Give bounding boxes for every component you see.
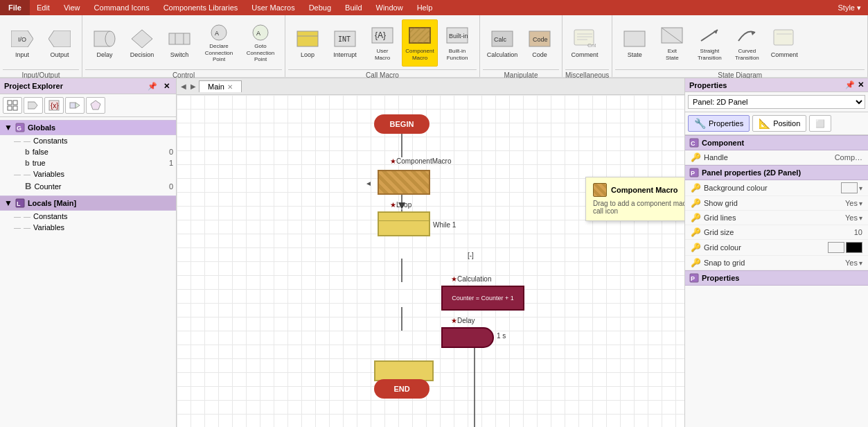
toolbar-btn-state1-label: State — [628, 51, 642, 59]
toolbar-btn-declare-connection-point[interactable]: A DeclareConnectionPoint — [199, 19, 239, 67]
tree-item-false[interactable]: b false 0 — [0, 146, 176, 157]
canvas[interactable]: BEGIN ★ComponentMacro ◄ ★Loop While 1 — [177, 95, 684, 427]
prop-tab-position[interactable]: 📐 Position — [752, 115, 806, 132]
menu-edit[interactable]: Edit — [30, 0, 57, 15]
tree-group-locals[interactable]: ▼ L Locals [Main] — [0, 195, 176, 211]
snap-grid-dropdown[interactable]: ▾ — [859, 259, 862, 267]
tab-nav-right[interactable]: ▶ — [189, 82, 197, 90]
bg-colour-dropdown[interactable]: ▾ — [859, 184, 862, 192]
tree-item-locals-constants[interactable]: — — Constants — [0, 211, 176, 222]
node-begin[interactable]: BEGIN — [374, 114, 429, 134]
extra-icon: ⬜ — [815, 119, 825, 128]
svg-rect-39 — [774, 30, 793, 45]
prop-key-grid-lines: Grid lines — [704, 214, 736, 222]
node-loop[interactable] — [378, 211, 430, 236]
grid-lines-dropdown[interactable]: ▾ — [859, 214, 862, 222]
pe-icon-x[interactable]: {x} — [44, 97, 64, 114]
toolbar-btn-comment[interactable]: Cnt… Comment — [567, 19, 603, 67]
toolbar-btn-calculation[interactable]: Calc Calculation — [484, 19, 520, 67]
pe-icon-io[interactable] — [24, 97, 43, 114]
toolbar-section-call-macro-label: Call Macro — [288, 69, 477, 79]
menu-components-libraries[interactable]: Components Libraries — [157, 0, 245, 15]
svg-rect-43 — [8, 106, 12, 110]
tree-item-globals-constants[interactable]: — — Constants — [0, 135, 176, 146]
menu-window[interactable]: Window — [369, 0, 410, 15]
node-end[interactable]: END — [374, 379, 429, 399]
canvas-tab-main[interactable]: Main ✕ — [199, 80, 242, 92]
menu-user-macros[interactable]: User Macros — [245, 0, 301, 15]
grid-colour-box-black[interactable] — [846, 242, 862, 253]
pe-icon-grid[interactable] — [3, 97, 22, 114]
svg-text:C: C — [691, 140, 696, 147]
tree-item-globals-variables[interactable]: — — Variables — [0, 168, 176, 180]
menu-style[interactable]: Style ▾ — [831, 3, 868, 12]
prop-pin-btn[interactable]: 📌 — [845, 80, 855, 89]
pe-pin-btn[interactable]: 📌 — [147, 80, 158, 92]
toolbar-btn-curved-transition-label: CurvedTransition — [735, 48, 759, 61]
svg-text:Cnt…: Cnt… — [587, 42, 596, 49]
toolbar-btn-interrupt[interactable]: INT Interrupt — [327, 19, 363, 67]
tree-item-true[interactable]: b true 1 — [0, 157, 176, 168]
prop-tab-properties-label: Properties — [709, 119, 743, 128]
prop-tabs: 🔧 Properties 📐 Position ⬜ — [685, 112, 868, 135]
grid-size-icon: 🔑 — [691, 227, 701, 237]
toolbar-btn-exit-state-label: ExitState — [666, 48, 679, 61]
toolbar-section-misc: Cnt… Comment Miscellaneous — [563, 15, 612, 77]
menu-command-icons[interactable]: Command Icons — [87, 0, 157, 15]
prop-row-grid-colour: 🔑 Grid colour — [685, 240, 868, 256]
tree-item-locals-variables[interactable]: — — Variables — [0, 222, 176, 233]
prop-row-grid-lines: 🔑 Grid lines Yes ▾ — [685, 211, 868, 225]
node-delay[interactable] — [441, 327, 494, 348]
toolbar-btn-state1[interactable]: State — [617, 19, 653, 67]
toolbar-btn-comment-label: Comment — [571, 51, 598, 59]
toolbar-btn-loop[interactable]: Loop — [290, 19, 326, 67]
pe-icon-shapes2[interactable] — [86, 97, 105, 114]
svg-marker-2 — [48, 31, 71, 47]
svg-text:A: A — [256, 30, 260, 37]
node-calculation[interactable]: Counter = Counter + 1 — [441, 286, 524, 311]
toolbar-btn-switch[interactable]: Switch — [161, 19, 197, 67]
canvas-tab-main-close[interactable]: ✕ — [227, 83, 233, 91]
svg-text:P: P — [691, 170, 695, 177]
tree-item-counter[interactable]: B Counter 0 — [0, 180, 176, 193]
svg-text:Built-in: Built-in — [449, 33, 468, 40]
toolbar-btn-output[interactable]: Output — [42, 19, 78, 67]
toolbar-btn-user-macro[interactable]: {A} UserMacro — [364, 19, 400, 67]
toolbar-btn-comment2[interactable]: Comment — [766, 19, 802, 67]
bg-colour-box[interactable] — [841, 182, 858, 193]
menu-debug[interactable]: Debug — [302, 0, 338, 15]
node-loop-bottom[interactable] — [374, 360, 434, 381]
menu-file[interactable]: File — [0, 0, 30, 15]
panel-selector-dropdown[interactable]: Panel: 2D Panel — [688, 95, 865, 109]
toolbar-btn-goto-connection-point[interactable]: A GotoConnectionPoint — [240, 19, 281, 67]
svg-text:I/O: I/O — [18, 36, 26, 43]
grid-colour-box-blank[interactable] — [828, 242, 844, 253]
toolbar-btn-component-macro[interactable]: ComponentMacro — [402, 19, 438, 67]
toolbar-btn-built-in-function[interactable]: Built-in Built-inFunction — [439, 19, 475, 67]
toolbar-btn-straight-transition[interactable]: StraightTransition — [691, 19, 727, 67]
node-component-macro[interactable] — [378, 170, 430, 195]
menu-help[interactable]: Help — [410, 0, 440, 15]
tab-nav-left[interactable]: ◀ — [179, 82, 188, 90]
prop-tab-properties[interactable]: 🔧 Properties — [688, 115, 750, 132]
properties-panel: Properties 📌 ✕ Panel: 2D Panel 🔧 Propert… — [684, 78, 868, 427]
prop-panel-selector: Panel: 2D Panel — [685, 92, 868, 112]
toolbar-btn-input[interactable]: I/O Input — [4, 19, 40, 67]
tree-group-globals[interactable]: ▼ G Globals — [0, 120, 176, 135]
show-grid-dropdown[interactable]: ▾ — [859, 200, 862, 207]
toolbar-btn-curved-transition[interactable]: CurvedTransition — [729, 19, 765, 67]
pe-icon-bar: {x} — [0, 94, 176, 117]
menu-view[interactable]: View — [57, 0, 87, 15]
toolbar-btn-decision[interactable]: Decision — [124, 19, 160, 67]
prop-tab-extra[interactable]: ⬜ — [809, 115, 831, 132]
component-macro-tooltip: Component Macro Drag to add a component … — [585, 177, 684, 221]
menu-build[interactable]: Build — [338, 0, 369, 15]
svg-text:Calc: Calc — [494, 36, 507, 43]
toolbar-btn-delay[interactable]: Delay — [87, 19, 123, 67]
prop-close-btn[interactable]: ✕ — [858, 80, 864, 89]
svg-text:G: G — [17, 125, 21, 132]
toolbar-btn-exit-state[interactable]: ExitState — [654, 19, 690, 67]
toolbar-btn-code[interactable]: Code Code — [522, 19, 558, 67]
pe-close-btn[interactable]: ✕ — [161, 80, 172, 92]
pe-icon-shapes[interactable] — [65, 97, 85, 114]
